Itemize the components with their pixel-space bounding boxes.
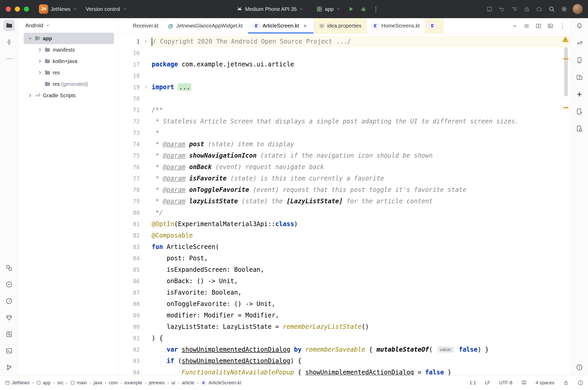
code-line-82[interactable]: 82@Composable <box>118 230 571 241</box>
gradle-tool-button[interactable] <box>574 37 585 49</box>
code-line-91[interactable]: 91) { <box>118 332 571 344</box>
inspections-warning-icon[interactable] <box>562 36 569 43</box>
line-number[interactable]: 77 <box>118 175 140 182</box>
gemini-button[interactable] <box>574 89 585 100</box>
code-text[interactable]: * @param onToggleFavorite (event) reques… <box>152 184 571 196</box>
editor-gutter[interactable]: 93 <box>118 355 152 367</box>
reader-mode-icon[interactable] <box>521 380 527 386</box>
hidden-tabs-button[interactable] <box>510 22 519 30</box>
line-number[interactable]: 19 <box>118 84 140 90</box>
line-number[interactable]: 93 <box>118 358 140 364</box>
editor-tab-homescreens-kt[interactable]: HomeScreens.kt <box>367 18 425 33</box>
code-line-76[interactable]: 76 * @param onBack (event) request navig… <box>118 161 571 173</box>
editor-tab-receiver-kt[interactable]: Receiver.kt <box>118 18 162 33</box>
editor-gutter[interactable]: 72 <box>118 116 152 127</box>
editor-gutter[interactable]: 84 <box>118 253 152 264</box>
code-text[interactable]: var showUnimplementedActionDialog by rem… <box>152 344 571 355</box>
terminal-button[interactable] <box>3 345 15 357</box>
code-text[interactable]: ) { <box>152 332 571 344</box>
caret-position-widget[interactable]: 1:1 <box>470 380 476 386</box>
line-number[interactable]: 74 <box>118 141 140 148</box>
code-line-88[interactable]: 88 onToggleFavorite: () -> Unit, <box>118 298 571 310</box>
code-line-74[interactable]: 74 * @param post (state) item to display <box>118 138 571 150</box>
editor-gutter[interactable]: 76 <box>118 161 152 173</box>
editor-gutter[interactable]: 86 <box>118 275 152 287</box>
split-editor-button[interactable] <box>534 22 543 30</box>
editor-tab-partial[interactable] <box>425 18 444 33</box>
code-text[interactable]: lazyListState: LazyListState = rememberL… <box>152 321 571 332</box>
bug-report-icon[interactable] <box>522 4 532 14</box>
todo-list-icon[interactable] <box>509 4 520 14</box>
editor-gutter[interactable]: 81 <box>118 218 152 230</box>
line-number[interactable]: 83 <box>118 244 140 250</box>
maximize-window-button[interactable] <box>24 6 29 12</box>
code-line-77[interactable]: 77 * @param isFavorite (state) is this i… <box>118 173 571 184</box>
editor-gutter[interactable]: 88 <box>118 298 152 310</box>
editor-gutter[interactable]: 87 <box>118 287 152 298</box>
editor-gutter[interactable]: 94 <box>118 367 152 375</box>
code-line-83[interactable]: 83fun ArticleScreen( <box>118 241 571 253</box>
tree-item-res[interactable]: res <box>24 67 114 78</box>
version-control-button[interactable] <box>3 362 15 373</box>
code-text[interactable]: package com.example.jetnews.ui.article <box>152 59 571 70</box>
code-text[interactable]: /** <box>152 104 571 116</box>
editor-gutter[interactable]: 77 <box>118 173 152 184</box>
code-line-75[interactable]: 75 * @param showNavigationIcon (state) i… <box>118 150 571 161</box>
code-text[interactable]: */ <box>152 207 571 218</box>
line-number[interactable]: 73 <box>118 130 140 136</box>
fold-region-icon[interactable] <box>140 39 152 44</box>
code-line-87[interactable]: 87 isFavorite: Boolean, <box>118 287 571 298</box>
code-text[interactable]: * @param isFavorite (state) is this item… <box>152 173 571 184</box>
chevron-right-icon[interactable] <box>37 58 43 64</box>
line-number[interactable]: 82 <box>118 232 140 239</box>
code-line-19[interactable]: 19import ... <box>118 81 571 93</box>
code-line-94[interactable]: 94 FunctionalityNotAvailablePopup { show… <box>118 367 571 375</box>
sync-icon[interactable] <box>534 4 544 14</box>
line-number[interactable]: 71 <box>118 107 140 113</box>
code-line-72[interactable]: 72 * Stateless Article Screen that displ… <box>118 116 571 127</box>
minimize-window-button[interactable] <box>15 6 20 12</box>
editor-gutter[interactable]: 82 <box>118 230 152 241</box>
indent-widget[interactable]: 4 spaces <box>536 380 554 386</box>
line-number[interactable]: 70 <box>118 95 140 102</box>
code-text[interactable] <box>152 47 571 59</box>
vcs-widget[interactable]: Version control <box>82 3 131 15</box>
line-number[interactable]: 72 <box>118 118 140 125</box>
line-number[interactable]: 81 <box>118 221 140 227</box>
code-text[interactable]: / Copyright 2020 The Android Open Source… <box>152 36 571 47</box>
editor-gutter[interactable]: 79 <box>118 196 152 207</box>
code-line-85[interactable]: 85 isExpandedScreen: Boolean, <box>118 264 571 275</box>
breadcrumb-item-main[interactable]: main <box>70 380 87 386</box>
editor-tab-articlescreen-kt[interactable]: ArticleScreen.kt× <box>248 18 314 33</box>
breadcrumb-item-src[interactable]: src <box>57 380 64 386</box>
code-line-18[interactable]: 18 <box>118 70 571 81</box>
editor-gutter[interactable]: 1 <box>118 36 152 47</box>
more-run-actions-button[interactable]: ⋮ <box>371 4 381 14</box>
app-inspection-button[interactable] <box>3 329 15 340</box>
editor-tab-idea-properties[interactable]: idea.properties <box>314 18 367 33</box>
code-editor[interactable]: 1/ Copyright 2020 The Android Open Sourc… <box>118 34 571 375</box>
code-text[interactable]: isExpandedScreen: Boolean, <box>152 264 571 275</box>
line-number[interactable]: 86 <box>118 278 140 284</box>
code-text[interactable]: isFavorite: Boolean, <box>152 287 571 298</box>
chevron-right-icon[interactable] <box>27 93 33 98</box>
tree-item-res[interactable]: res (generated) <box>24 78 114 90</box>
chevron-down-icon[interactable] <box>37 81 43 87</box>
line-number[interactable]: 84 <box>118 255 140 262</box>
breadcrumb-item-com[interactable]: com <box>109 380 118 386</box>
warning-stripe-mark[interactable] <box>563 58 569 60</box>
editor-more-button[interactable]: ⋮ <box>558 22 566 30</box>
line-number[interactable]: 80 <box>118 210 140 216</box>
run-button[interactable] <box>346 4 356 14</box>
settings-button[interactable] <box>559 4 569 14</box>
editor-gutter[interactable]: 90 <box>118 321 152 332</box>
close-window-button[interactable] <box>6 6 11 12</box>
code-text[interactable]: * @param post (state) item to display <box>152 138 571 150</box>
code-area[interactable]: 1/ Copyright 2020 The Android Open Sourc… <box>118 36 571 375</box>
fold-region-icon[interactable] <box>140 85 152 90</box>
editor-list-button[interactable] <box>522 22 531 30</box>
code-line-84[interactable]: 84 post: Post, <box>118 253 571 264</box>
code-text[interactable]: @OptIn(ExperimentalMaterial3Api::class) <box>152 218 571 230</box>
notifications-button[interactable] <box>574 20 585 32</box>
line-number[interactable]: 76 <box>118 164 140 170</box>
